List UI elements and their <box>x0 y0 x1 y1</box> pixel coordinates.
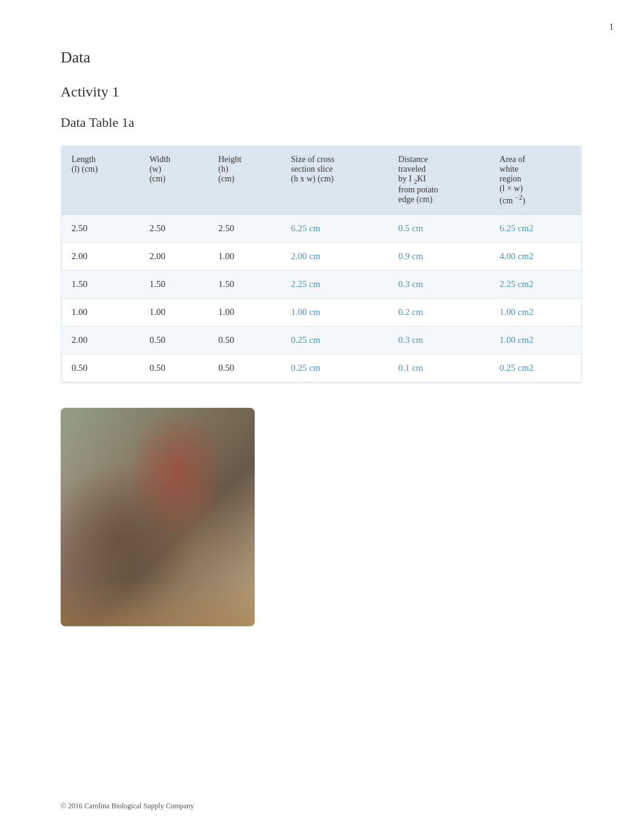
table-cell: 2.00 cm <box>281 242 389 270</box>
table-title: Data Table 1a <box>61 115 595 130</box>
table-cell: 2.50 <box>209 214 281 242</box>
table-cell: 1.00 <box>209 242 281 270</box>
col-header-height: Height(h)(cm) <box>209 146 281 214</box>
table-cell: 1.50 <box>209 270 281 298</box>
section-title: Data <box>61 49 595 67</box>
table-cell: 6.25 cm <box>281 214 389 242</box>
table-cell: 0.3 cm <box>389 270 490 298</box>
table-cell: 0.2 cm <box>389 298 490 326</box>
table-cell: 0.25 cm <box>281 326 389 354</box>
table-cell: 0.50 <box>139 326 209 354</box>
col-header-distance: Distancetraveledby I 2KIfrom potatoedge … <box>389 146 490 214</box>
table-cell: 0.1 cm <box>389 354 490 382</box>
table-cell: 2.00 <box>139 242 209 270</box>
table-cell: 2.50 <box>139 214 209 242</box>
table-cell: 4.00 cm2 <box>490 242 581 270</box>
table-cell: 2.00 <box>62 242 139 270</box>
table-cell: 0.50 <box>209 326 281 354</box>
table-cell: 1.00 cm <box>281 298 389 326</box>
col-header-width: Width(w)(cm) <box>139 146 209 214</box>
table-row: 2.502.502.506.25 cm0.5 cm6.25 cm2 <box>62 214 581 242</box>
table-cell: 1.00 <box>139 298 209 326</box>
table-row: 2.000.500.500.25 cm0.3 cm1.00 cm2 <box>62 326 581 354</box>
table-row: 1.501.501.502.25 cm0.3 cm2.25 cm2 <box>62 270 581 298</box>
table-header-row: Length(l) (cm) Width(w)(cm) Height(h)(cm… <box>62 146 581 214</box>
photo-image <box>61 408 255 626</box>
table-cell: 0.3 cm <box>389 326 490 354</box>
table-cell: 0.25 cm2 <box>490 354 581 382</box>
table-cell: 1.00 cm2 <box>490 298 581 326</box>
footer: © 2016 Carolina Biological Supply Compan… <box>61 802 194 811</box>
table-cell: 0.50 <box>209 354 281 382</box>
col-header-length: Length(l) (cm) <box>62 146 139 214</box>
table-cell: 0.25 cm <box>281 354 389 382</box>
copyright-text: © 2016 Carolina Biological Supply Compan… <box>61 802 194 810</box>
table-cell: 1.00 <box>209 298 281 326</box>
table-cell: 2.50 <box>62 214 139 242</box>
table-row: 0.500.500.500.25 cm0.1 cm0.25 cm2 <box>62 354 581 382</box>
table-cell: 6.25 cm2 <box>490 214 581 242</box>
col-header-cross-section: Size of crosssection slice(h x w) (cm) <box>281 146 389 214</box>
table-cell: 2.25 cm <box>281 270 389 298</box>
table-cell: 0.50 <box>139 354 209 382</box>
table-cell: 0.5 cm <box>389 214 490 242</box>
table-cell: 0.50 <box>62 354 139 382</box>
table-row: 1.001.001.001.00 cm0.2 cm1.00 cm2 <box>62 298 581 326</box>
table-cell: 0.9 cm <box>389 242 490 270</box>
page-number: 1 <box>609 22 614 32</box>
table-row: 2.002.001.002.00 cm0.9 cm4.00 cm2 <box>62 242 581 270</box>
table-cell: 1.50 <box>62 270 139 298</box>
data-table-wrapper: Length(l) (cm) Width(w)(cm) Height(h)(cm… <box>61 145 582 384</box>
col-header-area: Area ofwhiteregion(l × w)(cm −2) <box>490 146 581 214</box>
data-table: Length(l) (cm) Width(w)(cm) Height(h)(cm… <box>62 146 581 382</box>
activity-title: Activity 1 <box>61 84 595 100</box>
table-cell: 1.00 <box>62 298 139 326</box>
table-cell: 2.00 <box>62 326 139 354</box>
table-cell: 1.50 <box>139 270 209 298</box>
table-cell: 1.00 cm2 <box>490 326 581 354</box>
table-cell: 2.25 cm2 <box>490 270 581 298</box>
